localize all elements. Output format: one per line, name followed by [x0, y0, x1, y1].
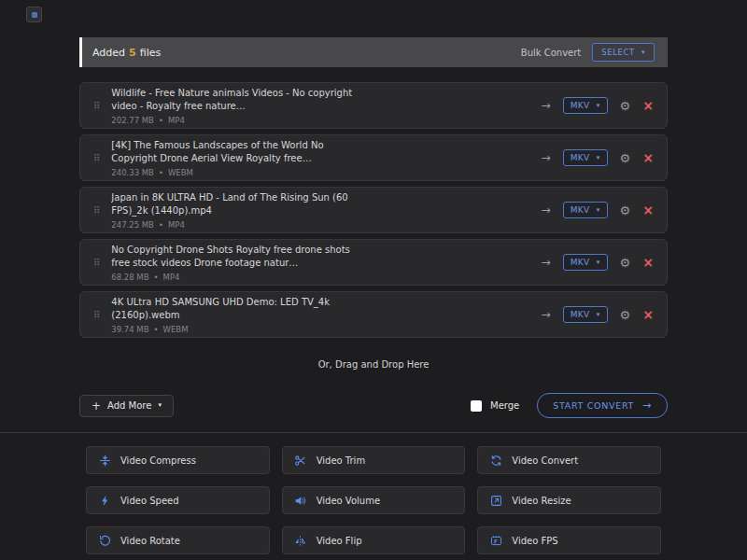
arrow-right-icon: →	[542, 256, 551, 269]
tool-button[interactable]: Video Speed	[86, 486, 270, 514]
file-size: 39.74 MB	[111, 325, 148, 334]
added-count: 5	[129, 47, 136, 59]
gear-icon: ⚙	[620, 152, 631, 164]
file-format: MP4	[168, 220, 185, 230]
compress-icon	[98, 454, 111, 467]
app-window: Added 5 files Bulk Convert SELECT ▾ ⠿ Wi…	[0, 0, 747, 560]
file-settings-button[interactable]: ⚙	[620, 100, 631, 112]
file-title: Japan in 8K ULTRA HD - Land of The Risin…	[111, 191, 369, 217]
tool-button[interactable]: Video Rotate	[86, 526, 270, 554]
file-title: No Copyright Drone Shots Royalty free dr…	[111, 244, 369, 270]
tool-button[interactable]: Video Trim	[282, 446, 466, 474]
meta-separator: •	[159, 220, 163, 230]
drag-handle-icon[interactable]: ⠿	[93, 153, 100, 163]
output-format-dropdown[interactable]: MKV ▾	[563, 254, 608, 271]
added-files-status: Added 5 files	[92, 47, 161, 59]
arrow-right-icon: →	[542, 99, 551, 112]
tool-button[interactable]: Video Compress	[86, 446, 270, 474]
file-row: ⠿ [4K] The Famous Landscapes of the Worl…	[79, 134, 668, 181]
trim-icon	[294, 454, 307, 467]
tool-button[interactable]: Video FPS	[477, 526, 661, 554]
bulk-select-label: SELECT	[601, 48, 635, 57]
meta-separator: •	[154, 273, 159, 282]
speed-icon	[98, 494, 111, 507]
convert-icon	[489, 454, 502, 467]
chevron-down-icon: ▾	[641, 49, 645, 56]
tool-button[interactable]: Video Resize	[477, 486, 661, 514]
file-title: [4K] The Famous Landscapes of the World …	[111, 139, 369, 165]
tool-button[interactable]: Video Volume	[282, 486, 466, 514]
file-size: 68.28 MB	[111, 273, 148, 282]
file-format: MP4	[168, 116, 185, 125]
output-format-dropdown[interactable]: MKV ▾	[563, 149, 608, 166]
drag-handle-icon[interactable]: ⠿	[93, 258, 100, 268]
tool-button[interactable]: Video Flip	[282, 526, 466, 554]
merge-label: Merge	[490, 400, 519, 411]
file-title: 4K ULtra HD SAMSUNG UHD Demo: LED TV_4k …	[111, 296, 369, 322]
chevron-down-icon: ▾	[597, 103, 600, 109]
output-format-label: MKV	[571, 205, 590, 215]
chevron-down-icon: ▾	[597, 155, 600, 161]
start-convert-button[interactable]: START CONVERT →	[537, 393, 668, 418]
remove-file-button[interactable]: ×	[642, 308, 654, 321]
drag-handle-icon[interactable]: ⠿	[93, 205, 100, 216]
file-settings-button[interactable]: ⚙	[620, 204, 631, 217]
file-size: 240.33 MB	[111, 168, 154, 177]
section-divider	[0, 432, 747, 433]
flip-icon	[294, 534, 307, 547]
output-format-dropdown[interactable]: MKV ▾	[563, 306, 608, 323]
app-logo[interactable]	[26, 7, 42, 22]
gear-icon: ⚙	[620, 309, 631, 321]
file-settings-button[interactable]: ⚙	[620, 152, 631, 164]
add-more-button[interactable]: + Add More ▾	[79, 395, 174, 417]
arrow-right-icon: →	[642, 399, 652, 412]
drag-drop-hint: Or, Drag and Drop Here	[79, 359, 668, 370]
plus-icon: +	[92, 400, 101, 412]
file-row: ⠿ Japan in 8K ULTRA HD - Land of The Ris…	[79, 187, 668, 233]
file-settings-button[interactable]: ⚙	[620, 257, 631, 269]
chevron-down-icon: ▾	[158, 402, 162, 409]
output-format-label: MKV	[571, 101, 590, 110]
chevron-down-icon: ▾	[597, 207, 600, 214]
file-format: WEBM	[168, 168, 193, 177]
file-settings-button[interactable]: ⚙	[620, 309, 631, 321]
arrow-right-icon: →	[542, 203, 551, 217]
bulk-select-dropdown[interactable]: SELECT ▾	[592, 43, 655, 62]
added-suffix: files	[140, 47, 161, 59]
chevron-down-icon: ▾	[597, 312, 600, 318]
file-row: ⠿ 4K ULtra HD SAMSUNG UHD Demo: LED TV_4…	[79, 291, 668, 338]
meta-separator: •	[159, 168, 163, 177]
merge-checkbox[interactable]	[471, 400, 482, 412]
header-accent-bar	[79, 37, 82, 67]
arrow-right-icon: →	[542, 151, 551, 164]
drag-handle-icon[interactable]: ⠿	[93, 310, 100, 320]
close-icon: ×	[642, 99, 654, 112]
remove-file-button[interactable]: ×	[642, 151, 654, 164]
volume-icon	[294, 494, 307, 507]
file-format: WEBM	[163, 325, 189, 334]
header-bar: Added 5 files Bulk Convert SELECT ▾	[79, 37, 668, 67]
chevron-down-icon: ▾	[597, 259, 600, 266]
file-size: 247.25 MB	[111, 220, 154, 230]
file-size: 202.77 MB	[111, 116, 154, 125]
tool-button[interactable]: Video Convert	[477, 446, 661, 474]
close-icon: ×	[642, 256, 654, 269]
footer-controls: + Add More ▾ Merge START CONVERT →	[79, 393, 668, 418]
output-format-dropdown[interactable]: MKV ▾	[563, 97, 608, 114]
gear-icon: ⚙	[620, 100, 631, 112]
close-icon: ×	[642, 203, 654, 217]
remove-file-button[interactable]: ×	[642, 256, 654, 269]
file-row: ⠿ Wildlife - Free Nature animals Videos …	[79, 82, 668, 129]
meta-separator: •	[154, 325, 159, 334]
drag-handle-icon[interactable]: ⠿	[93, 101, 100, 111]
meta-separator: •	[159, 116, 163, 125]
close-icon: ×	[642, 308, 654, 321]
remove-file-button[interactable]: ×	[642, 99, 654, 112]
file-format: MP4	[163, 273, 180, 282]
output-format-label: MKV	[571, 310, 590, 319]
rotate-icon	[98, 534, 111, 547]
output-format-dropdown[interactable]: MKV ▾	[563, 202, 608, 218]
remove-file-button[interactable]: ×	[642, 203, 654, 217]
output-format-label: MKV	[571, 153, 590, 162]
fps-icon	[489, 534, 502, 547]
